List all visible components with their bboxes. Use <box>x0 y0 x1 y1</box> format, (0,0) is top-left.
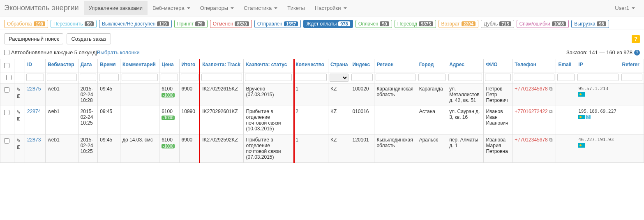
column-header[interactable]: IP <box>576 59 620 72</box>
column-header[interactable]: Казпочта: Track <box>200 59 244 72</box>
cell-address: пер. Алматы д. 1 <box>447 134 484 163</box>
filter-cell <box>620 72 644 83</box>
status-pill[interactable]: Выгрузка98 <box>571 20 609 28</box>
order-id-link[interactable]: 22875 <box>27 86 41 92</box>
status-pill[interactable]: Перезвонить59 <box>51 20 97 28</box>
create-order-button[interactable]: Создать заказ <box>67 33 111 44</box>
column-header[interactable]: Цена <box>159 59 179 72</box>
calendar-icon[interactable]: 🗓 <box>16 116 23 122</box>
status-pill[interactable]: Спам/ошибки1068 <box>517 20 569 28</box>
copy-icon[interactable]: ⧉ <box>549 137 553 143</box>
status-pill[interactable]: Оплачен50 <box>355 20 392 28</box>
status-pill[interactable]: Принят79 <box>174 20 208 28</box>
column-header[interactable]: ID <box>25 59 46 72</box>
column-header[interactable]: Количество <box>293 59 328 72</box>
filter-input[interactable] <box>557 74 575 81</box>
column-header[interactable]: Итого <box>179 59 200 72</box>
nav-item[interactable]: Статистика <box>239 1 282 15</box>
status-pill[interactable]: Выключен/Не доступен119 <box>99 20 172 28</box>
phone-link[interactable]: +77012345678 <box>515 137 547 143</box>
filter-input[interactable] <box>245 74 292 81</box>
row-checkbox[interactable] <box>4 87 9 93</box>
order-id-link[interactable]: 22873 <box>27 137 41 143</box>
row-checkbox[interactable] <box>4 138 9 144</box>
filter-input[interactable] <box>47 74 77 81</box>
column-header[interactable]: Индекс <box>350 59 374 72</box>
calendar-icon[interactable]: 🗓 <box>16 93 23 99</box>
filter-input[interactable] <box>448 74 482 81</box>
filter-input[interactable] <box>621 74 642 81</box>
autorefresh-checkbox[interactable] <box>4 50 9 55</box>
phone-link[interactable]: +77016272422 <box>515 109 547 114</box>
filter-input[interactable] <box>485 74 511 81</box>
copy-icon[interactable]: ⧉ <box>549 86 553 92</box>
column-header[interactable]: Дата <box>78 59 98 72</box>
column-header[interactable]: Казпочта: статус <box>244 59 293 72</box>
filter-input[interactable] <box>122 74 158 81</box>
select-all-checkbox[interactable] <box>4 63 9 68</box>
column-header[interactable]: Вебмастер <box>46 59 78 72</box>
filter-country-select[interactable] <box>330 74 349 82</box>
filter-input[interactable] <box>201 74 242 81</box>
cell-phone: +77012345678⧉ <box>512 134 556 163</box>
filter-input[interactable] <box>161 74 178 81</box>
cell-total: 6900 <box>179 83 200 106</box>
column-header[interactable]: Страна <box>328 59 350 72</box>
filter-cell <box>417 72 447 83</box>
nav-item[interactable]: Настройки <box>310 1 352 15</box>
caret-down-icon <box>274 7 277 9</box>
filter-input[interactable] <box>418 74 446 81</box>
column-header[interactable]: Время <box>98 59 120 72</box>
column-header[interactable]: Город <box>417 59 447 72</box>
edit-icon[interactable]: ✎ <box>16 138 23 144</box>
status-pill[interactable]: Ждет оплаты978 <box>303 20 353 28</box>
column-header[interactable]: Телефон <box>512 59 556 72</box>
filter-input[interactable] <box>80 74 97 81</box>
filter-input[interactable] <box>181 74 199 81</box>
filter-input[interactable] <box>514 74 554 81</box>
status-pill[interactable]: Отменен8520 <box>210 20 252 28</box>
edit-icon[interactable]: ✎ <box>16 87 23 93</box>
cell-price: 6100-1000 <box>159 134 179 163</box>
cell-webmaster: web1 <box>46 134 78 163</box>
advanced-search-button[interactable]: Расширенный поиск <box>4 33 63 44</box>
help-icon[interactable]: ? <box>632 35 640 43</box>
filter-input[interactable] <box>351 74 373 81</box>
row-checkbox[interactable] <box>4 110 9 115</box>
nav-item[interactable]: Тикеты <box>282 1 310 15</box>
column-header[interactable]: Комментарий <box>120 59 159 72</box>
column-header[interactable]: ФИО <box>484 59 512 72</box>
column-header[interactable]: Адрес <box>447 59 484 72</box>
nav-item[interactable]: Операторы <box>195 1 239 15</box>
filter-input[interactable] <box>376 74 415 81</box>
column-header[interactable]: Email <box>556 59 576 72</box>
filter-input[interactable] <box>295 74 327 81</box>
header-checkbox[interactable] <box>3 75 14 80</box>
choose-columns-link[interactable]: Выбрать колонки <box>97 49 140 56</box>
cell-index: 120101 <box>350 134 374 163</box>
nav-item[interactable]: Управление заказами <box>84 1 148 15</box>
options-row: Автообновление каждые 5 секунд | Выбрать… <box>0 48 644 59</box>
status-pill[interactable]: Обработка190 <box>4 20 48 28</box>
status-pill[interactable]: Отправлен1557 <box>254 20 301 28</box>
edit-icon[interactable]: ✎ <box>16 109 23 115</box>
copy-icon[interactable]: ⧉ <box>549 109 553 114</box>
filter-input[interactable] <box>99 74 119 81</box>
status-pill-label: Выгрузка <box>574 21 595 27</box>
calendar-icon[interactable]: 🗓 <box>16 144 23 150</box>
status-pill[interactable]: Возврат2204 <box>439 20 478 28</box>
cell-fio: Иванова Мария Петровна <box>484 134 512 163</box>
filter-input[interactable] <box>26 74 44 81</box>
flag-icon <box>578 143 585 148</box>
column-header[interactable]: Referer <box>620 59 644 72</box>
nav-item[interactable]: Веб-мастера <box>148 1 195 15</box>
column-header[interactable]: Регион <box>374 59 417 72</box>
info-icon[interactable]: ? <box>634 50 640 56</box>
filter-input[interactable] <box>577 74 618 81</box>
status-pill[interactable]: Перевод9375 <box>395 20 436 28</box>
status-pill[interactable]: Дубль715 <box>481 20 514 28</box>
user-menu[interactable]: User1 <box>610 1 640 15</box>
cell-referer <box>620 106 644 134</box>
order-id-link[interactable]: 22874 <box>27 109 41 114</box>
phone-link[interactable]: +77012345678 <box>515 86 547 92</box>
